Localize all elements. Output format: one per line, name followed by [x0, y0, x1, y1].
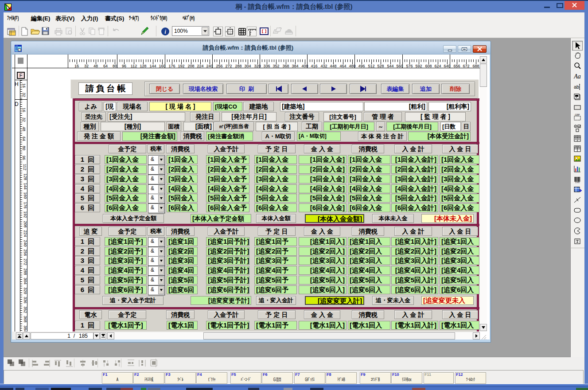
svg-text:Aa: Aa: [573, 73, 581, 80]
svg-text:i: i: [164, 28, 166, 35]
svg-text:12345: 12345: [575, 181, 580, 183]
svg-text:GRP: GRP: [575, 113, 580, 116]
svg-text:ab: ab: [574, 84, 579, 90]
